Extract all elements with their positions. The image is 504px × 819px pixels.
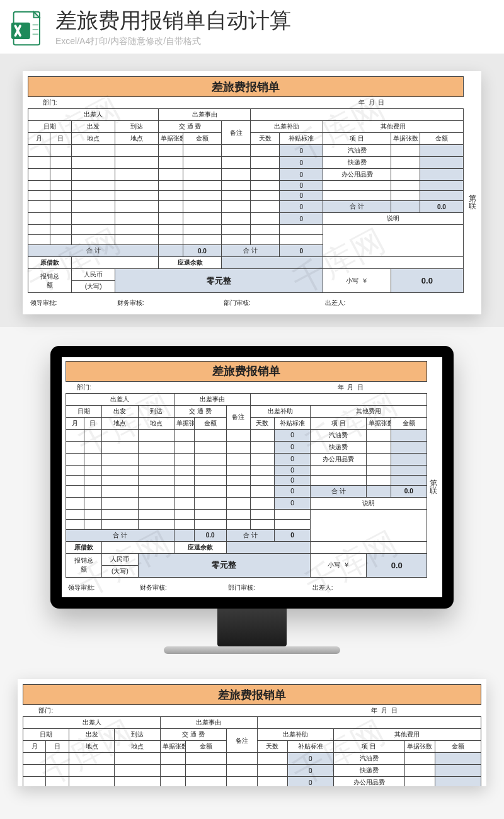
allowance-value: 0 [274, 453, 310, 465]
hdr-traveler: 出差人 [28, 109, 159, 121]
other-item-fuel: 汽油费 [323, 145, 391, 157]
lower-label: 小写 ￥ [323, 269, 391, 293]
hdr-place-arrive: 地点 [115, 133, 159, 145]
preview-stage-3: 差旅费报销单 部门: 年 月 日 出差人 出差事由 日期 出发 到达 交 通 费… [18, 679, 486, 786]
note-area[interactable] [311, 509, 427, 541]
hdr-place-depart: 地点 [69, 741, 115, 753]
allowance-subtotal-value: 0 [280, 245, 323, 257]
allowance-subtotal-label: 合 计 [226, 529, 274, 541]
lower-value: 0.0 [391, 269, 463, 293]
hdr-receipt-count: 单据张数 [159, 133, 183, 145]
refund-label: 应退余款 [174, 541, 226, 553]
monitor-mockup: 第一联 差旅费报销单 部门: 年 月 日 出差人 出差事由 日期 出发 到达 交… [50, 346, 454, 655]
hdr-day: 日 [84, 417, 102, 429]
refund-label: 应退余款 [159, 257, 222, 269]
note-area[interactable] [323, 225, 464, 257]
expense-sheet-card: 第一联 差旅费报销单 部门: 年 月 日 出差人 出差事由 日期 出发 到达 交… [23, 71, 481, 314]
hdr-other-amount: 金额 [391, 417, 427, 429]
page-header: 差旅费用报销单自动计算 Excel/A4打印/内容随意修改/自带格式 [0, 0, 504, 54]
allowance-value: 0 [280, 181, 323, 191]
allowance-value: 0 [280, 157, 323, 169]
svg-rect-1 [11, 22, 30, 38]
transport-subtotal-value: 0.0 [194, 529, 226, 541]
date-label: 年 月 日 [274, 381, 427, 393]
other-item-fuel: 汽油费 [333, 753, 404, 765]
allowance-value: 0 [274, 429, 310, 441]
allowance-value: 0 [280, 201, 323, 213]
rmb-upper-label-2: (大写) [72, 281, 115, 293]
sign-dept: 部门审核: [222, 293, 323, 309]
hdr-depart: 出发 [69, 729, 115, 741]
hdr-arrive: 到达 [115, 121, 159, 133]
preview-stage-1: 第一联 差旅费报销单 部门: 年 月 日 出差人 出差事由 日期 出发 到达 交… [0, 54, 504, 327]
hdr-allowance: 出差补助 [251, 121, 323, 133]
hdr-allowance-std: 补贴标准 [280, 133, 323, 145]
other-subtotal-value: 0.0 [420, 201, 463, 213]
sheet-side-label: 第一联 [467, 188, 478, 200]
sign-leader: 领导审批: [28, 293, 115, 309]
allowance-value: 0 [287, 753, 333, 765]
sign-finance: 财务审核: [138, 577, 226, 593]
allowance-subtotal-label: 合 计 [222, 245, 280, 257]
hdr-reason: 出差事由 [159, 109, 251, 121]
hdr-day: 日 [46, 741, 69, 753]
hdr-allowance: 出差补助 [250, 405, 310, 417]
allowance-subtotal-value: 0 [274, 529, 310, 541]
hdr-depart: 出发 [72, 121, 115, 133]
expense-form-table: 差旅费报销单 部门: 年 月 日 出差人 出差事由 日期 出发 到达 交 通 费… [66, 361, 427, 594]
allowance-value: 0 [280, 145, 323, 157]
transport-subtotal-label: 合 计 [28, 245, 159, 257]
hdr-reason: 出差事由 [174, 393, 250, 405]
other-item-express: 快递费 [311, 441, 367, 453]
hdr-other: 其他费用 [333, 729, 481, 741]
lower-value: 0.0 [367, 553, 427, 577]
note-label: 说明 [311, 497, 427, 509]
date-label: 年 月 日 [280, 97, 464, 109]
rmb-upper-label-2: (大写) [102, 565, 138, 577]
hdr-place-arrive: 地点 [138, 417, 174, 429]
allowance-value: 0 [274, 485, 310, 497]
allowance-value: 0 [280, 169, 323, 181]
allowance-value: 0 [274, 475, 310, 485]
expense-form-table: 差旅费报销单 部门: 年 月 日 出差人 出差事由 日期 出发 到达 交 通 费… [28, 76, 464, 309]
transport-subtotal-label: 合 计 [66, 529, 175, 541]
hdr-other: 其他费用 [311, 405, 427, 417]
hdr-allowance-std: 补贴标准 [287, 741, 333, 753]
hdr-receipt-count: 单据张数 [174, 417, 194, 429]
hdr-day: 日 [50, 133, 72, 145]
allowance-value: 0 [280, 213, 323, 225]
allowance-value: 0 [280, 191, 323, 201]
advance-label: 原借款 [66, 541, 102, 553]
hdr-days: 天数 [250, 417, 274, 429]
transport-subtotal-value: 0.0 [183, 245, 221, 257]
hdr-place-depart: 地点 [72, 133, 115, 145]
hdr-date: 日期 [66, 405, 102, 417]
allowance-value: 0 [274, 497, 310, 509]
hdr-remark: 备注 [226, 405, 250, 429]
sheet-side-label: 第一联 [428, 472, 438, 484]
hdr-month: 月 [28, 133, 50, 145]
lower-label: 小写 ￥ [311, 553, 367, 577]
hdr-month: 月 [66, 417, 84, 429]
hdr-remark: 备注 [222, 121, 251, 145]
grand-total-label: 报销总额 [66, 553, 102, 577]
page-title: 差旅费用报销单自动计算 [55, 9, 494, 32]
advance-label: 原借款 [28, 257, 72, 269]
hdr-place-arrive: 地点 [115, 741, 161, 753]
hdr-other: 其他费用 [323, 121, 464, 133]
rmb-upper-label-1: 人民币 [72, 269, 115, 281]
hdr-arrive: 到达 [115, 729, 161, 741]
other-item-office: 办公用品费 [323, 169, 391, 181]
other-subtotal-label: 合 计 [311, 485, 367, 497]
hdr-traveler: 出差人 [66, 393, 175, 405]
hdr-date: 日期 [23, 729, 69, 741]
hdr-days: 天数 [257, 741, 287, 753]
hdr-other-receipt-count: 单据张数 [391, 133, 420, 145]
department-label: 部门: [23, 705, 69, 717]
hdr-reason: 出差事由 [161, 717, 257, 729]
other-item-office: 办公用品费 [311, 453, 367, 465]
hdr-remark: 备注 [227, 729, 257, 753]
hdr-amount: 金额 [194, 417, 226, 429]
hdr-item: 项 目 [323, 133, 391, 145]
hdr-date: 日期 [28, 121, 72, 133]
